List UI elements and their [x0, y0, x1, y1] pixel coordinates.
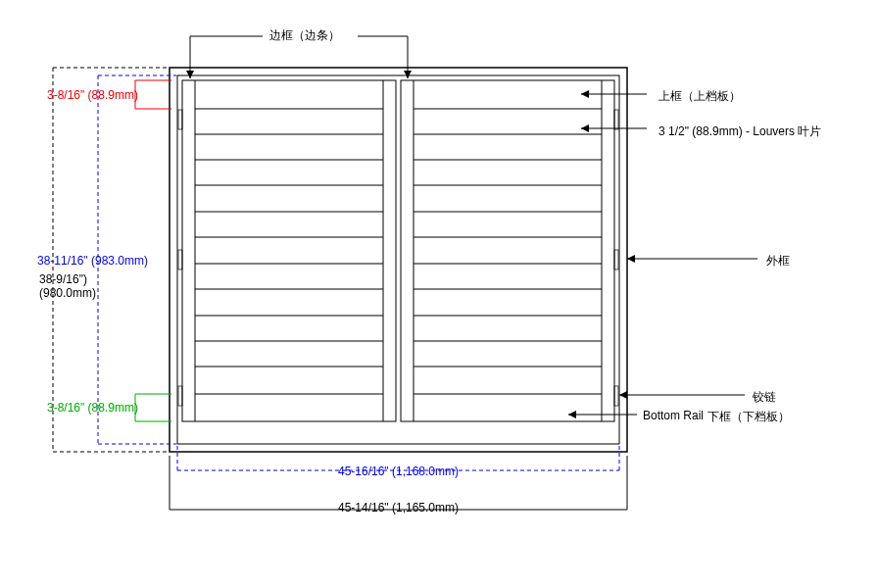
- dim-outer-h-2: (980.0mm): [39, 286, 96, 300]
- svg-rect-37: [614, 386, 618, 406]
- label-louvers: 3 1/2" (88.9mm) - Louvers 叶片: [658, 123, 821, 140]
- dim-bottom-rail-h: 3-8/16" (88.9mm): [47, 401, 138, 415]
- dim-outer-w: 45-14/16" (1,165.0mm): [338, 501, 459, 514]
- svg-rect-1: [177, 75, 619, 444]
- label-bottom-rail-en: Bottom Rail: [643, 409, 704, 422]
- label-outer-frame: 外框: [766, 253, 790, 270]
- label-stile: 边框（边条）: [269, 27, 340, 44]
- svg-marker-43: [404, 71, 412, 78]
- label-top-rail: 上框（上档板）: [658, 88, 741, 105]
- dim-outer-h-1: 38-9/16"): [39, 272, 87, 286]
- svg-marker-47: [581, 124, 589, 132]
- svg-rect-35: [614, 110, 618, 129]
- svg-rect-33: [178, 250, 182, 270]
- svg-marker-49: [627, 255, 635, 263]
- dim-inner-w: 45-16/16" (1,168.0mm): [338, 465, 459, 478]
- svg-marker-40: [186, 71, 194, 78]
- dim-inner-h: 38-11/16" (983.0mm): [37, 254, 148, 268]
- svg-rect-34: [178, 386, 182, 406]
- svg-rect-32: [178, 110, 182, 129]
- svg-rect-3: [401, 80, 614, 421]
- label-hinge: 铰链: [753, 389, 776, 406]
- svg-rect-2: [182, 80, 396, 421]
- label-bottom-rail-cn: 下框（下档板）: [707, 409, 790, 425]
- svg-rect-36: [614, 250, 618, 270]
- dim-top-rail-h: 3-8/16" (88.9mm): [47, 88, 138, 102]
- svg-marker-45: [581, 90, 589, 98]
- svg-marker-53: [568, 411, 576, 418]
- svg-marker-51: [619, 391, 627, 399]
